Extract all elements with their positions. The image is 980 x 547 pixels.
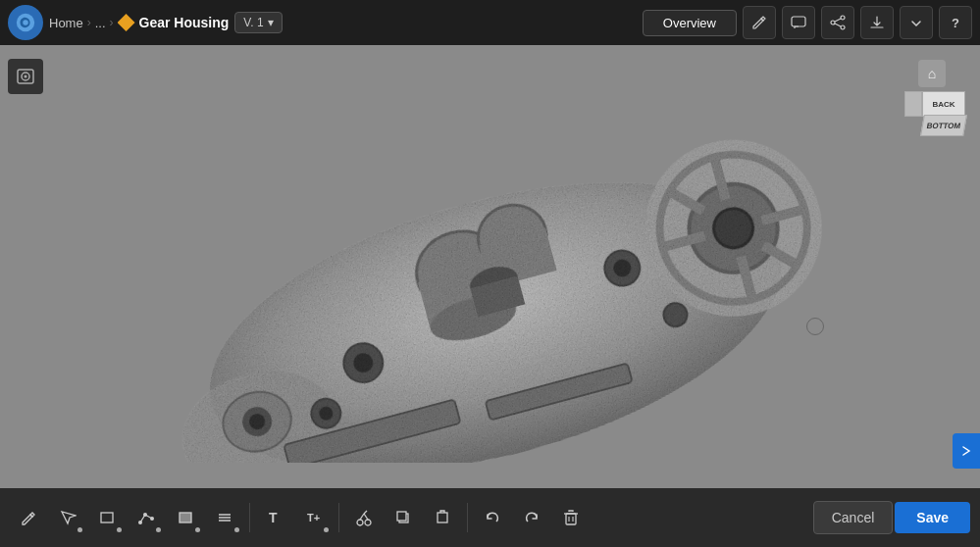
arrow-tool-button[interactable]: [49, 499, 86, 536]
bottombar: T T+: [0, 488, 980, 547]
pen-button[interactable]: [743, 6, 776, 39]
svg-text:T+: T+: [307, 512, 320, 523]
svg-point-45: [150, 517, 154, 521]
more-button[interactable]: [900, 6, 933, 39]
model-svg: [108, 71, 873, 463]
svg-line-54: [360, 514, 364, 520]
cancel-button[interactable]: Cancel: [813, 501, 894, 534]
help-button[interactable]: ?: [939, 6, 972, 39]
tool-dot: [117, 527, 122, 532]
right-panel-toggle[interactable]: [953, 433, 980, 469]
rect-tool-button[interactable]: [88, 499, 126, 536]
paste-tool-button[interactable]: [424, 499, 461, 536]
svg-rect-2: [792, 17, 805, 26]
sep2: ›: [110, 16, 114, 29]
svg-line-6: [835, 19, 841, 22]
project-icon: [118, 14, 135, 31]
left-panel-toggle[interactable]: [8, 59, 43, 94]
home-view-button[interactable]: ⌂: [918, 60, 946, 87]
tool-separator: [249, 503, 250, 532]
svg-point-3: [841, 16, 845, 20]
tool-dot: [77, 527, 82, 532]
ellipsis-link[interactable]: ...: [95, 16, 106, 30]
nav-cube: ⌂ BACK BOTTOM: [897, 60, 965, 128]
svg-point-4: [841, 25, 845, 29]
save-button[interactable]: Save: [895, 502, 970, 533]
undo-button[interactable]: [474, 499, 511, 536]
tool-dot: [324, 527, 329, 532]
svg-point-43: [138, 521, 142, 524]
cut-tool-button[interactable]: [345, 499, 383, 536]
svg-point-1: [23, 20, 28, 25]
share-button[interactable]: [821, 6, 854, 39]
svg-point-53: [365, 520, 371, 525]
fill-tool-button[interactable]: [167, 499, 204, 536]
download-button[interactable]: [860, 6, 894, 39]
tool-dot: [234, 527, 239, 532]
node-tool-button[interactable]: [128, 499, 165, 536]
svg-point-41: [25, 75, 27, 78]
delete-button[interactable]: [552, 499, 590, 536]
svg-text:T: T: [269, 510, 278, 525]
tool-dot: [156, 527, 161, 532]
text-tool-button[interactable]: T: [256, 499, 293, 536]
copy-tool-button[interactable]: [385, 499, 422, 536]
3d-viewport[interactable]: ⌂ BACK BOTTOM: [0, 45, 980, 488]
tool-separator: [338, 503, 339, 532]
breadcrumb: Home › ... › Gear Housing: [49, 14, 229, 31]
version-button[interactable]: V. 1 ▾: [234, 12, 282, 33]
cube-side-face: [904, 91, 922, 117]
tool-separator: [467, 503, 468, 532]
pencil-tool-button[interactable]: [10, 499, 47, 536]
topbar: Home › ... › Gear Housing V. 1 ▾ Overvie…: [0, 0, 980, 45]
svg-rect-42: [101, 513, 113, 522]
cube-bottom-face: BOTTOM: [920, 115, 967, 136]
svg-line-7: [835, 24, 841, 26]
cube-back-face: BACK: [922, 91, 965, 117]
svg-point-44: [143, 513, 147, 517]
svg-rect-58: [397, 512, 406, 521]
comment-button[interactable]: [782, 6, 815, 39]
logo-button[interactable]: [8, 5, 43, 40]
tool-dot: [195, 527, 200, 532]
text-format-tool-button[interactable]: T+: [295, 499, 333, 536]
svg-rect-59: [438, 513, 447, 522]
svg-rect-46: [180, 513, 191, 522]
redo-button[interactable]: [513, 499, 550, 536]
sep1: ›: [87, 16, 91, 29]
home-link[interactable]: Home: [49, 16, 83, 30]
project-title[interactable]: Gear Housing: [139, 15, 230, 30]
svg-point-52: [357, 520, 363, 525]
lines-tool-button[interactable]: [206, 499, 243, 536]
svg-line-56: [364, 511, 367, 514]
svg-point-5: [831, 21, 835, 25]
overview-button[interactable]: Overview: [643, 10, 737, 36]
orientation-cube[interactable]: BACK BOTTOM: [906, 91, 965, 145]
svg-line-55: [364, 514, 368, 520]
svg-rect-60: [566, 514, 576, 524]
